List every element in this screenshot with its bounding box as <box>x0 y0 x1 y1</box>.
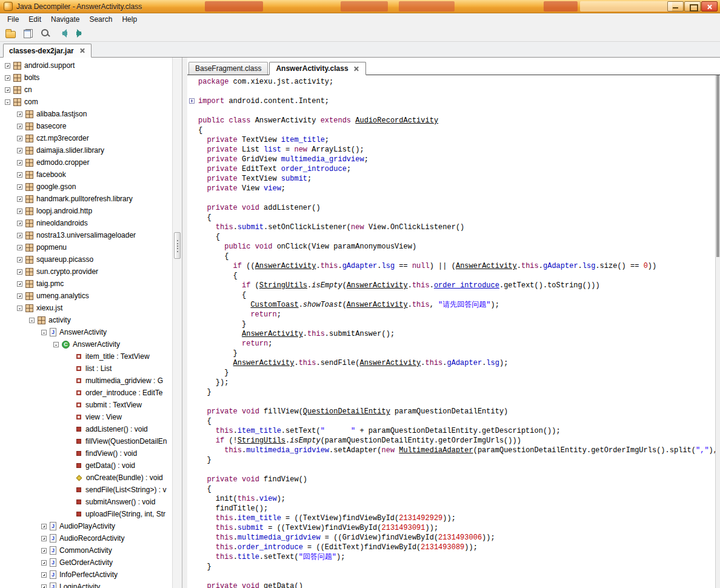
tree-item[interactable]: findView() : void <box>0 447 172 459</box>
code-link[interactable]: AnswerActivity <box>347 301 408 309</box>
menu-item-search[interactable]: Search <box>84 14 117 25</box>
collapse-icon[interactable] <box>41 330 47 335</box>
code-link[interactable]: StringUtils <box>259 281 307 290</box>
tree-item[interactable]: loopj.android.http <box>0 205 172 217</box>
tree-item[interactable]: taig.pmc <box>0 278 172 290</box>
code-link[interactable]: AnswerActivity <box>456 262 517 270</box>
editor-tab-basefragment-class[interactable]: BaseFragment.class <box>188 62 268 75</box>
code-link[interactable]: MultimediaAdapter <box>399 446 473 455</box>
tree-item[interactable]: activity <box>0 314 172 326</box>
tree-item[interactable]: submit : TextView <box>0 399 172 411</box>
code-link[interactable]: StringUtils <box>238 436 285 445</box>
collapse-icon[interactable] <box>17 306 22 311</box>
tree-item[interactable]: view : View <box>0 411 172 423</box>
tree-item[interactable]: JAudioPlayActivity <box>0 520 172 532</box>
code-link[interactable]: AnswerActivity <box>233 359 295 367</box>
tree-item[interactable]: sun.crypto.provider <box>0 266 172 278</box>
expand-icon[interactable] <box>5 75 10 81</box>
tree-item[interactable]: getData() : void <box>0 459 172 472</box>
collapse-icon[interactable] <box>29 318 35 323</box>
code-scrollbar[interactable] <box>715 75 720 588</box>
expand-icon[interactable] <box>41 572 47 578</box>
tree-item[interactable]: basecore <box>0 120 172 132</box>
open-jar-button[interactable] <box>2 27 18 41</box>
tree-item[interactable]: JAudioRecordActivity <box>0 532 172 544</box>
expand-icon[interactable] <box>41 536 47 541</box>
collapse-icon[interactable] <box>53 342 59 347</box>
code-link[interactable]: QuestionDetailEntity <box>303 407 390 416</box>
code-link[interactable]: AnswerActivity <box>242 330 303 338</box>
expand-icon[interactable] <box>17 221 22 226</box>
expand-icon[interactable] <box>17 209 22 214</box>
tree-item[interactable]: popmenu <box>0 241 172 253</box>
tree-item[interactable]: CAnswerActivity <box>0 338 172 350</box>
expand-icon[interactable] <box>17 196 22 202</box>
menu-item-navigate[interactable]: Navigate <box>46 14 84 25</box>
expand-icon[interactable] <box>5 63 10 68</box>
code-link[interactable]: CustomToast <box>250 301 298 309</box>
editor-tab-answeractivity-class[interactable]: AnswerActivity.class <box>269 62 365 75</box>
panel-splitter[interactable] <box>182 58 187 588</box>
tree-item[interactable]: list : List <box>0 362 172 375</box>
code-link[interactable]: AnswerActivity <box>255 262 316 270</box>
expand-icon[interactable] <box>17 124 22 129</box>
tree-item[interactable]: edmodo.cropper <box>0 156 172 169</box>
tree-item[interactable]: umeng.analytics <box>0 290 172 302</box>
expand-icon[interactable] <box>17 112 22 117</box>
tree-item[interactable]: uploadFile(String, int, Str <box>0 508 172 520</box>
close-icon[interactable] <box>79 47 85 54</box>
jar-tab[interactable]: classes-dex2jar.jar <box>3 44 92 58</box>
expand-icon[interactable] <box>17 257 22 262</box>
tree-item[interactable]: JInfoPerfectActivity <box>0 569 172 581</box>
expand-icon[interactable] <box>17 136 22 141</box>
menu-item-help[interactable]: Help <box>117 14 142 25</box>
collapse-icon[interactable] <box>5 99 10 105</box>
tree-scrollbar[interactable] <box>172 58 182 588</box>
expand-icon[interactable] <box>17 245 22 250</box>
expand-icon[interactable] <box>17 184 22 190</box>
tree-item[interactable]: fillView(QuestionDetailEn <box>0 435 172 447</box>
scrollbar-thumb[interactable] <box>174 232 181 259</box>
code-link[interactable]: order_introduce <box>434 281 499 290</box>
expand-icon[interactable] <box>5 87 10 93</box>
tree-item[interactable]: JCommonActivity <box>0 544 172 556</box>
expand-icon[interactable] <box>41 548 47 553</box>
title-bar[interactable]: Java Decompiler - AnswerActivity.class <box>0 0 720 13</box>
tree-item[interactable]: daimajia.slider.library <box>0 144 172 156</box>
tree-item[interactable]: xiexu.jst <box>0 302 172 314</box>
tree-item[interactable]: multimedia_gridview : G <box>0 375 172 387</box>
fold-expand-icon[interactable] <box>189 98 195 104</box>
tree-item[interactable]: google.gson <box>0 181 172 193</box>
expand-icon[interactable] <box>17 233 22 238</box>
tree-item[interactable]: order_introduce : EditTe <box>0 387 172 399</box>
expand-icon[interactable] <box>41 524 47 529</box>
tree-item[interactable]: facebook <box>0 169 172 181</box>
expand-icon[interactable] <box>17 293 22 299</box>
expand-icon[interactable] <box>41 560 47 566</box>
tree-item[interactable]: JLoginActivity <box>0 581 172 588</box>
menu-item-file[interactable]: File <box>2 14 24 25</box>
tree-item[interactable]: addListener() : void <box>0 423 172 435</box>
tree-item[interactable]: alibaba.fastjson <box>0 108 172 120</box>
code-link[interactable]: AudioRecordActivity <box>355 116 438 125</box>
save-all-sources-button[interactable] <box>20 27 36 41</box>
navigate-back-button[interactable] <box>55 27 71 41</box>
minimize-button[interactable] <box>667 1 684 12</box>
navigate-forward-button[interactable] <box>73 27 88 41</box>
package-tree[interactable]: android.supportboltscncomalibaba.fastjso… <box>0 58 172 588</box>
tree-item[interactable]: cn <box>0 84 172 96</box>
search-button[interactable] <box>38 27 53 41</box>
tree-item[interactable]: JAnswerActivity <box>0 326 172 338</box>
expand-icon[interactable] <box>41 584 47 588</box>
expand-icon[interactable] <box>17 281 22 287</box>
tree-item[interactable]: submitAnswer() : void <box>0 496 172 508</box>
code-link[interactable]: AnswerActivity <box>359 359 421 367</box>
tree-item[interactable]: bolts <box>0 72 172 84</box>
expand-icon[interactable] <box>17 160 22 165</box>
tree-item[interactable]: handmark.pulltorefresh.library <box>0 193 172 205</box>
tree-item[interactable]: nineoldandroids <box>0 217 172 229</box>
code-link[interactable]: AnswerActivity <box>347 281 408 290</box>
tree-item[interactable]: nostra13.universalimageloader <box>0 229 172 241</box>
expand-icon[interactable] <box>17 269 22 275</box>
close-button[interactable] <box>701 1 718 12</box>
